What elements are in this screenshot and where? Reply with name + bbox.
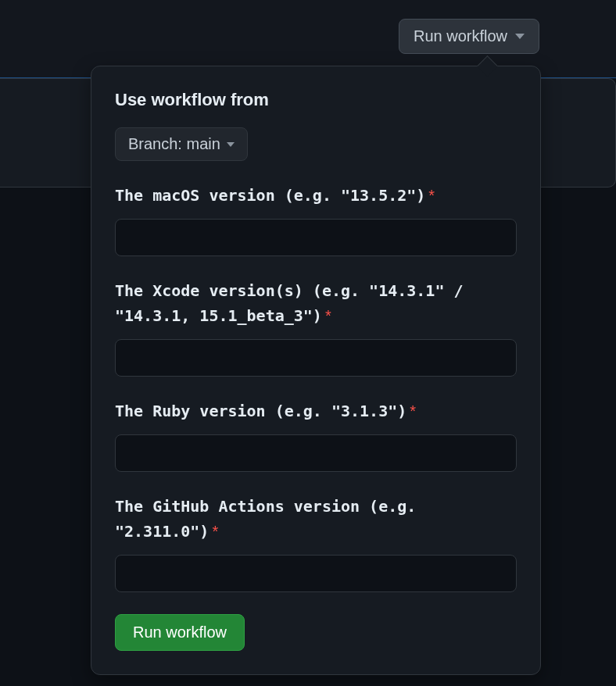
field-label: The Ruby version (e.g. "3.1.3")* <box>115 398 517 423</box>
field-xcode-version: The Xcode version(s) (e.g. "14.3.1" / "1… <box>115 278 517 377</box>
macos-version-input[interactable] <box>115 219 517 256</box>
required-mark: * <box>428 187 435 204</box>
popup-title: Use workflow from <box>115 90 517 110</box>
run-workflow-dropdown-button[interactable]: Run workflow <box>399 19 539 54</box>
required-mark: * <box>212 523 218 540</box>
run-workflow-submit-button[interactable]: Run workflow <box>115 614 245 651</box>
caret-down-icon <box>515 34 525 39</box>
run-workflow-dropdown-label: Run workflow <box>414 27 507 45</box>
ruby-version-input[interactable] <box>115 434 517 472</box>
github-actions-version-input[interactable] <box>115 555 517 592</box>
branch-selector[interactable]: Branch: main <box>115 127 248 161</box>
field-label: The Xcode version(s) (e.g. "14.3.1" / "1… <box>115 278 517 328</box>
required-mark: * <box>325 307 331 324</box>
field-ruby-version: The Ruby version (e.g. "3.1.3")* <box>115 398 517 472</box>
branch-selector-label: Branch: main <box>128 135 220 153</box>
field-label: The macOS version (e.g. "13.5.2")* <box>115 183 517 208</box>
xcode-version-input[interactable] <box>115 339 517 377</box>
field-macos-version: The macOS version (e.g. "13.5.2")* <box>115 183 517 256</box>
required-mark: * <box>410 402 416 420</box>
field-github-actions-version: The GitHub Actions version (e.g. "2.311.… <box>115 494 517 592</box>
run-workflow-popup: Use workflow from Branch: main The macOS… <box>91 66 541 675</box>
caret-down-icon <box>227 142 235 147</box>
field-label: The GitHub Actions version (e.g. "2.311.… <box>115 494 517 544</box>
